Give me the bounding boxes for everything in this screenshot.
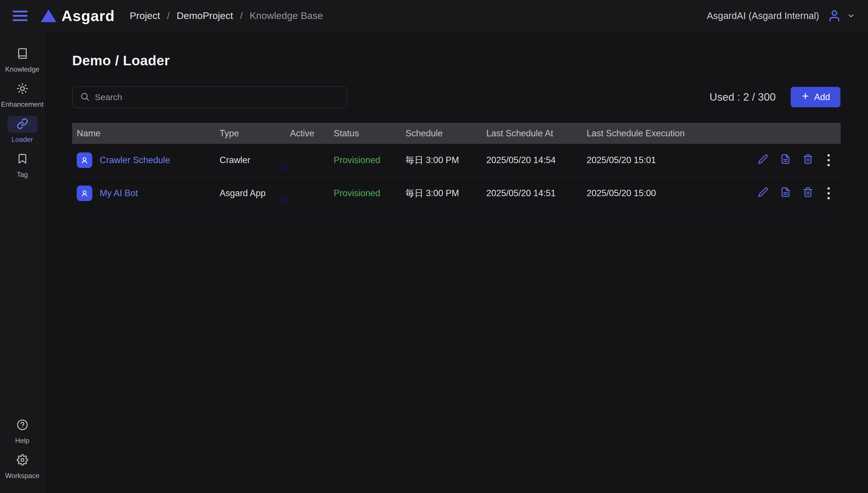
row-status: Provisioned (329, 155, 401, 165)
search-icon (80, 92, 90, 103)
logo[interactable]: Asgard (41, 7, 115, 24)
topbar: Asgard Project / DemoProject / Knowledge… (0, 0, 868, 31)
sidebar-item-label: Workspace (5, 472, 40, 480)
hamburger-menu-icon[interactable] (13, 9, 29, 23)
account-name: AsgardAI (Asgard Internal) (707, 10, 819, 21)
row-status: Provisioned (329, 188, 401, 198)
sun-icon (17, 83, 28, 95)
breadcrumb-demoproject[interactable]: DemoProject (177, 10, 233, 21)
row-schedule: 毎日 3:00 PM (401, 187, 482, 199)
sidebar-item-label: Knowledge (5, 65, 39, 73)
sidebar-item-knowledge[interactable]: Knowledge (0, 46, 45, 73)
kebab-menu-icon[interactable] (825, 153, 832, 167)
bookmark-icon (17, 153, 28, 166)
row-last-schedule-at: 2025/05/20 14:54 (482, 155, 582, 165)
document-icon[interactable] (780, 187, 791, 200)
sidebar-item-label: Loader (12, 135, 33, 144)
loader-table: Name Type Active Status Schedule Last Sc… (72, 123, 841, 210)
sidebar-item-enhancement[interactable]: Enhancement (0, 81, 45, 108)
row-schedule: 毎日 3:00 PM (401, 154, 482, 166)
logo-triangle-icon (41, 9, 56, 22)
edit-icon[interactable] (758, 154, 768, 167)
col-status: Status (329, 128, 401, 138)
add-button[interactable]: Add (791, 87, 840, 107)
edit-icon[interactable] (758, 187, 768, 200)
link-icon (17, 118, 28, 131)
row-last-schedule-execution: 2025/05/20 15:00 (582, 188, 754, 198)
document-icon[interactable] (780, 154, 791, 167)
sidebar: Knowledge Enhancement (0, 32, 45, 493)
breadcrumb-separator: / (240, 10, 243, 21)
add-button-label: Add (814, 92, 830, 102)
col-type: Type (215, 128, 285, 138)
sidebar-item-label: Tag (17, 171, 28, 179)
topbar-right: AsgardAI (Asgard Internal) (707, 9, 855, 22)
page-title: Demo / Loader (72, 52, 840, 68)
trash-icon[interactable] (803, 187, 813, 200)
row-last-schedule-execution: 2025/05/20 15:01 (582, 155, 754, 165)
loader-item-icon (77, 186, 92, 201)
row-type: Crawler (215, 155, 285, 165)
search-box (72, 86, 347, 108)
search-input[interactable] (95, 92, 339, 102)
breadcrumb-knowledge-base[interactable]: Knowledge Base (250, 10, 323, 21)
loader-item-icon (77, 152, 92, 168)
kebab-menu-icon[interactable] (825, 186, 832, 200)
sidebar-item-loader[interactable]: Loader (0, 116, 45, 144)
trash-icon[interactable] (803, 154, 813, 167)
usage-counter: Used : 2 / 300 (709, 91, 775, 103)
row-last-schedule-at: 2025/05/20 14:51 (482, 188, 582, 198)
plus-icon (801, 92, 810, 103)
table-header: Name Type Active Status Schedule Last Sc… (72, 123, 841, 144)
sidebar-item-help[interactable]: Help (0, 417, 45, 445)
main-content: Demo / Loader Used : 2 / 300 Add Name Ty… (45, 32, 868, 493)
row-name-link[interactable]: Crawler Schedule (100, 155, 170, 165)
col-active: Active (285, 128, 329, 138)
row-type: Asgard App (215, 188, 285, 198)
col-name: Name (72, 128, 215, 138)
col-last-schedule-execution: Last Schedule Execution (582, 128, 754, 138)
col-last-schedule-at: Last Schedule At (482, 128, 582, 138)
logo-text: Asgard (62, 7, 115, 24)
col-schedule: Schedule (401, 128, 482, 138)
user-icon[interactable] (828, 9, 841, 22)
help-icon (17, 419, 28, 432)
book-icon (17, 48, 28, 60)
controls-row: Used : 2 / 300 Add (72, 86, 840, 108)
gear-icon (17, 454, 28, 467)
sidebar-item-tag[interactable]: Tag (0, 151, 45, 179)
breadcrumb-project[interactable]: Project (130, 10, 160, 21)
chevron-down-icon[interactable] (847, 12, 855, 20)
breadcrumb-separator: / (167, 10, 169, 21)
table-row: Crawler Schedule Crawler Provisioned 毎日 … (72, 144, 841, 177)
sidebar-item-workspace[interactable]: Workspace (0, 452, 45, 480)
breadcrumb: Project / DemoProject / Knowledge Base (130, 10, 323, 21)
sidebar-item-label: Help (15, 437, 29, 445)
row-name-link[interactable]: My AI Bot (100, 188, 138, 198)
table-row: My AI Bot Asgard App Provisioned 毎日 3:00… (72, 177, 841, 210)
sidebar-item-label: Enhancement (1, 100, 43, 108)
